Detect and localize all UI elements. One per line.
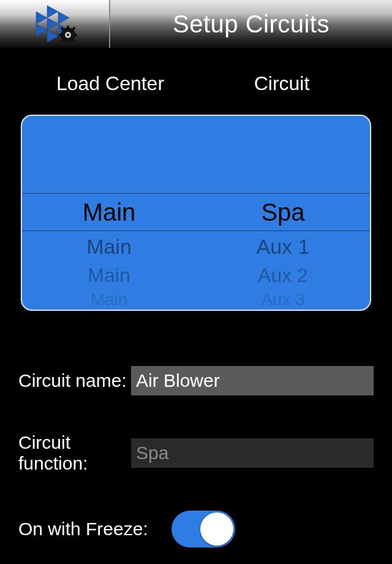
picker-row[interactable]: Main Aux 1 — [22, 231, 370, 262]
svg-marker-5 — [58, 12, 69, 24]
picker-selected-right: Spa — [196, 199, 370, 226]
picker-row[interactable]: Main Aux 2 — [22, 262, 370, 289]
svg-rect-10 — [59, 34, 62, 36]
on-with-freeze-row: On with Freeze: — [18, 511, 374, 547]
circuit-form: Circuit name: Circuit function: On with … — [0, 366, 392, 547]
svg-marker-2 — [47, 6, 58, 18]
header-bar: Setup Circuits — [0, 0, 392, 48]
on-with-freeze-toggle[interactable] — [172, 511, 235, 547]
load-center-column-label: Load Center — [24, 72, 196, 95]
circuit-column-label: Circuit — [196, 72, 368, 95]
menu-button[interactable] — [0, 0, 110, 48]
svg-point-17 — [67, 34, 69, 36]
svg-marker-3 — [47, 18, 58, 30]
circuit-function-row: Circuit function: — [18, 432, 374, 474]
circuit-name-row: Circuit name: — [18, 366, 374, 395]
circuit-function-input[interactable] — [131, 438, 374, 468]
circuit-name-label: Circuit name: — [18, 370, 131, 391]
svg-marker-1 — [36, 24, 47, 36]
circuit-picker[interactable]: Main Spa Main Aux 1 Main Aux 2 Main Aux … — [21, 115, 371, 311]
menu-logo-icon — [18, 6, 91, 42]
picker-row-selected[interactable]: Main Spa — [22, 193, 370, 231]
svg-rect-11 — [74, 34, 77, 36]
picker-row[interactable]: Main Aux 3 — [22, 289, 370, 311]
on-with-freeze-label: On with Freeze: — [18, 519, 172, 539]
svg-marker-0 — [36, 12, 47, 24]
svg-marker-4 — [47, 30, 58, 42]
circuit-name-input[interactable] — [131, 366, 374, 395]
picker-column-headers: Load Center Circuit — [0, 72, 392, 95]
svg-rect-8 — [67, 26, 69, 29]
toggle-knob — [200, 513, 233, 546]
circuit-function-label: Circuit function: — [18, 432, 131, 474]
svg-rect-9 — [67, 40, 69, 42]
page-title: Setup Circuits — [110, 0, 392, 48]
picker-selected-left: Main — [22, 199, 196, 226]
